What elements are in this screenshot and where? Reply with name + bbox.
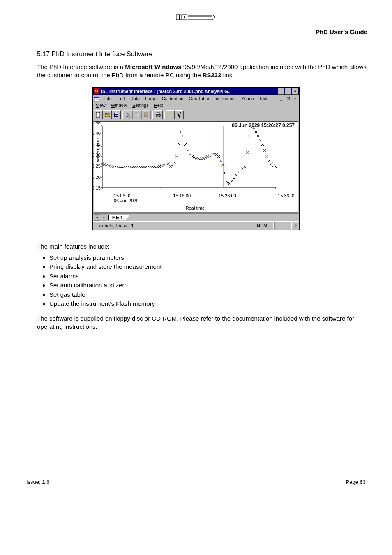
svg-rect-15: [136, 113, 139, 117]
menu-edit[interactable]: Edit: [115, 95, 127, 102]
para1-pre: The PhD Interface software is a: [37, 63, 125, 70]
svg-rect-0: [176, 15, 181, 20]
mdi-close-button[interactable]: ✕: [292, 96, 298, 102]
save-button[interactable]: [112, 110, 121, 119]
print-button[interactable]: [154, 110, 163, 119]
x-axis-label: Real time: [95, 206, 295, 210]
cut-button[interactable]: [124, 110, 133, 119]
mdi-minimize-button[interactable]: _: [278, 96, 284, 102]
menu-window[interactable]: Window: [109, 102, 129, 109]
svg-rect-6: [94, 97, 99, 98]
app-screenshot: ISL ISL Instrument Interface - [march 23…: [92, 87, 300, 230]
status-pane-2: [274, 222, 292, 229]
menu-view[interactable]: View: [94, 102, 108, 109]
features-intro: The main features include:: [37, 243, 367, 251]
page-footer: Issue: 1.6 Page 63: [25, 479, 367, 485]
menu-file-rest: ile: [107, 96, 112, 101]
closing-paragraph: The software is supplied on floppy disc …: [37, 314, 367, 331]
menu-lamp[interactable]: Lamp: [143, 95, 159, 102]
maximize-button[interactable]: □: [285, 88, 291, 95]
menu-settings[interactable]: Settings: [130, 102, 151, 109]
menu-zones[interactable]: Zones: [239, 95, 256, 102]
para1-post: link.: [221, 72, 234, 79]
feature-item: Set up analysis parameters: [49, 253, 367, 263]
copy-button[interactable]: [133, 110, 142, 119]
header-logo: [25, 12, 367, 23]
paste-button[interactable]: [142, 110, 151, 119]
svg-rect-20: [157, 116, 159, 117]
feature-item: Set gas table: [49, 290, 367, 300]
mdi-document-icon[interactable]: DOC: [94, 97, 99, 102]
page-header-title: PhD User's Guide: [25, 28, 367, 35]
menu-gas-table[interactable]: Gas Table: [187, 95, 211, 102]
menu-file[interactable]: File: [102, 95, 114, 102]
menu-data[interactable]: Data: [128, 95, 142, 102]
footer-issue: Issue: 1.6: [26, 479, 49, 485]
para1-bold-windows: Microsoft Windows: [125, 63, 181, 70]
para1-bold-rs232: RS232: [203, 72, 221, 79]
open-button[interactable]: [103, 110, 112, 119]
header-rule: [25, 38, 367, 38]
app-icon: ISL: [94, 88, 99, 94]
status-pane-1: [236, 222, 253, 229]
cursor-readout: 06 Jun 2029 15:26:27 0.257: [232, 123, 295, 128]
tab-file-1[interactable]: File 1: [108, 215, 127, 220]
svg-rect-8: [96, 112, 100, 117]
intro-paragraph: The PhD Interface software is a Microsof…: [37, 63, 367, 80]
svg-rect-11: [115, 115, 118, 116]
svg-text:?: ?: [180, 112, 182, 115]
svg-rect-17: [145, 112, 147, 113]
new-button[interactable]: [94, 110, 103, 119]
svg-point-4: [184, 16, 185, 18]
tab-bar: ◂ ▸ File 1: [93, 213, 299, 221]
menu-bar: DOC File Edit Data Lamp Calibration Gas …: [93, 95, 299, 109]
x-axis-ticks: 15:06:0006 Jun 2029 15:16:00 15:26:00 15…: [114, 193, 295, 203]
feature-item: Print, display and store the measurement: [49, 262, 367, 272]
resize-grip[interactable]: [292, 223, 298, 229]
chart-svg: [101, 123, 295, 193]
window-title: ISL Instrument Interface - [march 23rd 2…: [101, 89, 277, 94]
feature-item: Update the instrument's Flash memory: [49, 299, 367, 309]
title-bar[interactable]: ISL ISL Instrument Interface - [march 23…: [93, 88, 299, 95]
tab-scroll-left[interactable]: ◂: [94, 214, 100, 221]
footer-page: Page 63: [346, 479, 366, 485]
feature-item: Set auto calibration and zero: [49, 281, 367, 290]
tab-scroll-right[interactable]: ▸: [101, 214, 107, 221]
toolbar: ? ?: [93, 109, 299, 120]
context-help-button[interactable]: ?: [175, 110, 184, 119]
menu-text[interactable]: Text: [257, 95, 270, 102]
mdi-restore-button[interactable]: ❐: [285, 96, 291, 102]
close-button[interactable]: ✕: [292, 88, 298, 95]
menu-instrument[interactable]: Instrument: [212, 95, 238, 102]
minimize-button[interactable]: _: [278, 88, 284, 95]
status-text: For help, Press F1: [94, 222, 235, 229]
chart-area[interactable]: 06 Jun 2029 15:26:27 0.257 Value (ppm) 0…: [94, 121, 298, 213]
feature-item: Set alarms: [49, 272, 367, 281]
svg-rect-10: [115, 113, 118, 114]
svg-rect-1: [178, 15, 178, 20]
status-num: NUM: [254, 222, 274, 229]
menu-calibration[interactable]: Calibration: [160, 95, 186, 102]
section-title: 5.17 PhD Instrument Interface Software: [37, 51, 367, 58]
help-about-button[interactable]: ?: [166, 110, 175, 119]
menu-help[interactable]: Help: [152, 102, 166, 109]
svg-rect-19: [157, 113, 159, 114]
features-list: Set up analysis parameters Print, displa…: [25, 253, 367, 309]
status-bar: For help, Press F1 NUM: [93, 221, 299, 230]
svg-text:DOC: DOC: [95, 98, 99, 101]
svg-rect-2: [179, 15, 180, 20]
svg-rect-16: [145, 113, 148, 117]
